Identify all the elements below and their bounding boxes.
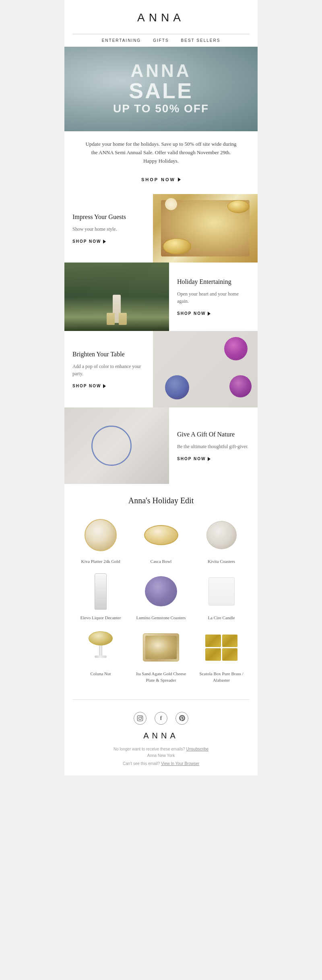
product-lacire-candle[interactable]: La Cire Candle [193,571,250,621]
holiday-edit-section: Anna's Holiday Edit Kiva Platter 24k Gol… [64,484,258,695]
feature-holiday-title: Holiday Entertaining [177,278,250,286]
header: ANNA [64,0,258,29]
view-in-browser-link[interactable]: View In Your Browser [161,761,199,766]
coluna-visual [87,631,115,664]
feature-holiday-image [64,263,169,331]
feature-brighten-cta[interactable]: SHOP NOW [72,384,145,388]
feature-gift-content: Give A Gift Of Nature Be the ultimate th… [169,407,258,484]
scatola-box-2 [222,635,238,647]
feature-impress-guests-cta[interactable]: SHOP NOW [72,239,145,244]
lumino-visual [145,576,177,606]
product-kivita-image [193,515,250,555]
footer-divider [72,699,250,700]
instagram-icon[interactable] [134,712,147,725]
email-wrapper: ANNA ENTERTAINING GIFTS BEST SELLERS ANN… [64,0,258,775]
guests-image-visual [153,194,258,263]
feature-brighten-content: Brighten Your Table Add a pop of color t… [64,331,153,407]
product-scatola-image [193,627,250,668]
navigation: ENTERTAINING GIFTS BEST SELLERS [64,34,258,47]
footer-social: f [64,704,258,730]
product-kivita-coasters[interactable]: Kivita Coasters [193,515,250,564]
hero-title-sale: SALE [113,80,209,101]
product-grid: Kiva Platter 24k Gold Casca Bowl Kivita … [72,515,250,683]
feature-brighten-image [153,331,258,407]
main-cta-container: SHOP NOW [64,174,258,194]
product-scatola-box[interactable]: Scatola Box Pure Brass / Alabaster [193,627,250,683]
main-shop-now-button[interactable]: SHOP NOW [141,177,181,182]
coluna-base [95,655,107,658]
casca-visual [144,525,178,545]
arrow-icon [103,384,106,388]
lacire-visual [208,577,235,606]
svg-point-2 [141,716,142,717]
kivita-visual [206,521,237,549]
product-lumino-name: Lumino Gemstone Coasters [133,615,189,621]
feature-gift-image [64,407,169,484]
product-lumino-coasters[interactable]: Lumino Gemstone Coasters [133,571,189,621]
hero-banner: ANNA SALE UP TO 50% OFF [64,47,258,131]
svg-point-1 [139,717,142,720]
scatola-box-3 [205,648,221,661]
svg-rect-0 [137,715,142,721]
feature-gift-cta[interactable]: SHOP NOW [177,457,250,461]
arrow-icon [103,240,106,244]
scatola-box-1 [205,635,221,647]
feature-impress-guests-content: Impress Your Guests Show your home style… [64,194,153,263]
product-ita-plate[interactable]: Ita Sand Agate Gold Cheese Plate & Sprea… [133,627,189,683]
feature-holiday-cta[interactable]: SHOP NOW [177,311,250,316]
product-scatola-name: Scatola Box Pure Brass / Alabaster [193,671,250,683]
coluna-stem [99,645,102,655]
product-casca-image [133,515,189,555]
feature-impress-guests-desc: Show your home style. [72,225,145,233]
product-lacire-image [193,571,250,612]
brand-logo: ANNA [72,11,250,24]
product-elevo-decanter[interactable]: Elevo Liquor Decanter [72,571,129,621]
unsubscribe-link[interactable]: Unsubscribe [186,747,209,751]
nav-item-gifts[interactable]: GIFTS [153,38,169,43]
product-casca-name: Casca Bowl [133,558,189,564]
feature-brighten-desc: Add a pop of color to enhance your party… [72,363,145,377]
ita-visual [143,633,179,662]
product-lumino-image [133,571,189,612]
feature-impress-guests-title: Impress Your Guests [72,213,145,221]
facebook-icon[interactable]: f [155,712,167,725]
feature-brighten-table: Brighten Your Table Add a pop of color t… [64,331,258,407]
feature-holiday-content: Holiday Entertaining Open your heart and… [169,263,258,331]
product-coluna-nut[interactable]: Coluna Nut [72,627,129,683]
product-casca-bowl[interactable]: Casca Bowl [133,515,189,564]
feature-gift-title: Give A Gift Of Nature [177,430,250,439]
gift-image-visual [64,407,169,484]
feature-impress-guests-image [153,194,258,263]
main-shop-now-label: SHOP NOW [141,177,175,182]
arrow-icon [178,178,181,182]
entertaining-image-visual [64,263,169,331]
feature-gift-nature: Give A Gift Of Nature Be the ultimate th… [64,407,258,484]
product-kiva-image [72,515,129,555]
product-elevo-image [72,571,129,612]
product-kivita-name: Kivita Coasters [193,558,250,564]
nav-item-best-sellers[interactable]: BEST SELLERS [181,38,221,43]
hero-text-block: ANNA SALE UP TO 50% OFF [113,62,209,116]
nav-item-entertaining[interactable]: ENTERTAINING [102,38,141,43]
feature-impress-guests: Impress Your Guests Show your home style… [64,194,258,263]
arrow-icon [208,457,211,461]
kiva-visual [85,519,117,551]
feature-holiday-entertaining: Holiday Entertaining Open your heart and… [64,263,258,331]
footer-view-browser: Can't see this email? View In Your Brows… [64,761,258,775]
product-ita-image [133,627,189,668]
footer-unsubscribe-text: No longer want to receive these emails? … [64,746,258,761]
footer-logo: ANNA [64,730,258,746]
pinterest-icon[interactable] [175,712,188,725]
feature-brighten-title: Brighten Your Table [72,350,145,359]
brighten-image-visual [153,331,258,407]
hero-title-anna: ANNA [113,62,209,80]
arrow-icon [208,312,211,316]
holiday-edit-title: Anna's Holiday Edit [72,496,250,505]
product-kiva-name: Kiva Platter 24k Gold [72,558,129,564]
feature-gift-desc: Be the ultimate thoughtful gift-giver. [177,443,250,450]
feature-holiday-desc: Open your heart and your home again. [177,290,250,305]
product-coluna-name: Coluna Nut [72,671,129,677]
product-coluna-image [72,627,129,668]
product-kiva-platter[interactable]: Kiva Platter 24k Gold [72,515,129,564]
product-elevo-name: Elevo Liquor Decanter [72,615,129,621]
